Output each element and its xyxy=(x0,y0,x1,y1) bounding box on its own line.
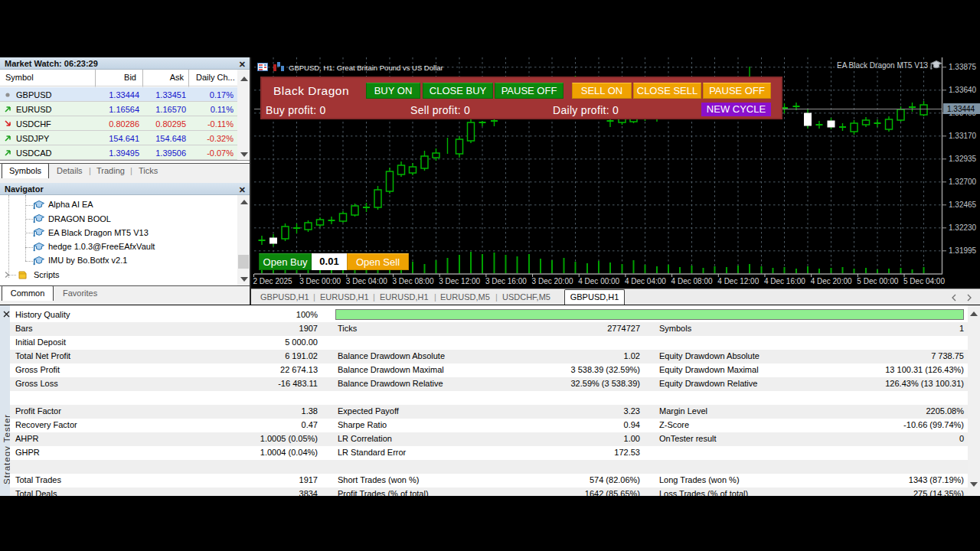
svg-text:1.32935: 1.32935 xyxy=(949,155,977,163)
svg-text:2 Dec 2025: 2 Dec 2025 xyxy=(253,277,293,285)
svg-text:3 Dec 04:00: 3 Dec 04:00 xyxy=(346,277,387,285)
svg-text:1.33444: 1.33444 xyxy=(947,105,975,113)
svg-text:1.33875: 1.33875 xyxy=(949,63,977,71)
svg-text:4 Dec 08:00: 4 Dec 08:00 xyxy=(671,277,713,285)
svg-text:1.32465: 1.32465 xyxy=(949,201,977,209)
svg-text:1.32700: 1.32700 xyxy=(949,178,977,186)
svg-text:1.33640: 1.33640 xyxy=(949,86,977,94)
svg-text:4 Dec 04:00: 4 Dec 04:00 xyxy=(625,277,666,285)
svg-text:5 Dec 04:00: 5 Dec 04:00 xyxy=(903,277,945,285)
svg-text:1.32230: 1.32230 xyxy=(949,223,977,232)
svg-text:3 Dec 20:00: 3 Dec 20:00 xyxy=(532,277,573,285)
svg-text:3 Dec 00:00: 3 Dec 00:00 xyxy=(299,277,341,285)
svg-text:4 Dec 00:00: 4 Dec 00:00 xyxy=(578,277,619,285)
svg-text:4 Dec 20:00: 4 Dec 20:00 xyxy=(811,277,852,285)
svg-text:5 Dec 00:00: 5 Dec 00:00 xyxy=(857,277,898,285)
svg-text:4 Dec 16:00: 4 Dec 16:00 xyxy=(764,277,805,285)
svg-text:3 Dec 08:00: 3 Dec 08:00 xyxy=(393,277,434,285)
svg-text:1.33170: 1.33170 xyxy=(949,132,977,140)
svg-text:1.31995: 1.31995 xyxy=(949,246,977,255)
svg-text:3 Dec 12:00: 3 Dec 12:00 xyxy=(439,277,480,285)
svg-text:3 Dec 16:00: 3 Dec 16:00 xyxy=(485,277,527,285)
svg-text:4 Dec 12:00: 4 Dec 12:00 xyxy=(717,277,759,285)
